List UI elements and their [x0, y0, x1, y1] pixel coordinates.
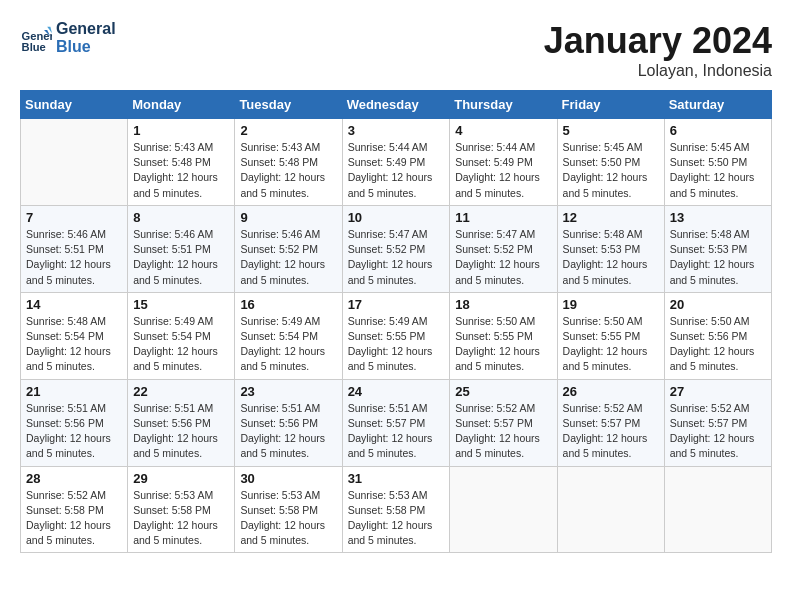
page-header: General Blue General Blue January 2024 L…	[20, 20, 772, 80]
day-number: 6	[670, 123, 766, 138]
header-cell-saturday: Saturday	[664, 91, 771, 119]
day-number: 24	[348, 384, 445, 399]
day-number: 31	[348, 471, 445, 486]
day-info: Sunrise: 5:51 AMSunset: 5:56 PMDaylight:…	[240, 401, 336, 462]
header-cell-friday: Friday	[557, 91, 664, 119]
day-info: Sunrise: 5:47 AMSunset: 5:52 PMDaylight:…	[348, 227, 445, 288]
day-cell: 27Sunrise: 5:52 AMSunset: 5:57 PMDayligh…	[664, 379, 771, 466]
day-number: 9	[240, 210, 336, 225]
week-row-1: 1Sunrise: 5:43 AMSunset: 5:48 PMDaylight…	[21, 119, 772, 206]
day-cell: 24Sunrise: 5:51 AMSunset: 5:57 PMDayligh…	[342, 379, 450, 466]
day-number: 13	[670, 210, 766, 225]
day-info: Sunrise: 5:52 AMSunset: 5:57 PMDaylight:…	[563, 401, 659, 462]
day-cell: 4Sunrise: 5:44 AMSunset: 5:49 PMDaylight…	[450, 119, 557, 206]
logo-icon: General Blue	[20, 22, 52, 54]
day-info: Sunrise: 5:44 AMSunset: 5:49 PMDaylight:…	[455, 140, 551, 201]
day-info: Sunrise: 5:52 AMSunset: 5:57 PMDaylight:…	[455, 401, 551, 462]
day-number: 29	[133, 471, 229, 486]
day-number: 20	[670, 297, 766, 312]
day-cell: 17Sunrise: 5:49 AMSunset: 5:55 PMDayligh…	[342, 292, 450, 379]
day-cell: 7Sunrise: 5:46 AMSunset: 5:51 PMDaylight…	[21, 205, 128, 292]
day-number: 3	[348, 123, 445, 138]
day-cell: 25Sunrise: 5:52 AMSunset: 5:57 PMDayligh…	[450, 379, 557, 466]
day-info: Sunrise: 5:49 AMSunset: 5:54 PMDaylight:…	[240, 314, 336, 375]
day-cell: 3Sunrise: 5:44 AMSunset: 5:49 PMDaylight…	[342, 119, 450, 206]
day-number: 2	[240, 123, 336, 138]
header-cell-sunday: Sunday	[21, 91, 128, 119]
day-info: Sunrise: 5:45 AMSunset: 5:50 PMDaylight:…	[563, 140, 659, 201]
week-row-2: 7Sunrise: 5:46 AMSunset: 5:51 PMDaylight…	[21, 205, 772, 292]
day-cell: 14Sunrise: 5:48 AMSunset: 5:54 PMDayligh…	[21, 292, 128, 379]
day-cell	[664, 466, 771, 553]
day-cell: 5Sunrise: 5:45 AMSunset: 5:50 PMDaylight…	[557, 119, 664, 206]
location: Lolayan, Indonesia	[544, 62, 772, 80]
day-cell: 9Sunrise: 5:46 AMSunset: 5:52 PMDaylight…	[235, 205, 342, 292]
day-number: 22	[133, 384, 229, 399]
logo-blue: Blue	[56, 38, 116, 56]
day-number: 10	[348, 210, 445, 225]
day-number: 15	[133, 297, 229, 312]
calendar-table: SundayMondayTuesdayWednesdayThursdayFrid…	[20, 90, 772, 553]
day-cell: 10Sunrise: 5:47 AMSunset: 5:52 PMDayligh…	[342, 205, 450, 292]
day-number: 25	[455, 384, 551, 399]
logo-general: General	[56, 20, 116, 38]
day-cell	[557, 466, 664, 553]
day-info: Sunrise: 5:47 AMSunset: 5:52 PMDaylight:…	[455, 227, 551, 288]
day-info: Sunrise: 5:49 AMSunset: 5:55 PMDaylight:…	[348, 314, 445, 375]
day-info: Sunrise: 5:51 AMSunset: 5:56 PMDaylight:…	[26, 401, 122, 462]
day-number: 28	[26, 471, 122, 486]
day-cell: 28Sunrise: 5:52 AMSunset: 5:58 PMDayligh…	[21, 466, 128, 553]
day-cell: 18Sunrise: 5:50 AMSunset: 5:55 PMDayligh…	[450, 292, 557, 379]
day-number: 21	[26, 384, 122, 399]
day-number: 16	[240, 297, 336, 312]
day-cell: 2Sunrise: 5:43 AMSunset: 5:48 PMDaylight…	[235, 119, 342, 206]
header-row: SundayMondayTuesdayWednesdayThursdayFrid…	[21, 91, 772, 119]
svg-text:Blue: Blue	[22, 40, 46, 52]
week-row-4: 21Sunrise: 5:51 AMSunset: 5:56 PMDayligh…	[21, 379, 772, 466]
day-number: 4	[455, 123, 551, 138]
day-info: Sunrise: 5:46 AMSunset: 5:52 PMDaylight:…	[240, 227, 336, 288]
day-number: 7	[26, 210, 122, 225]
day-number: 14	[26, 297, 122, 312]
day-cell	[21, 119, 128, 206]
day-info: Sunrise: 5:43 AMSunset: 5:48 PMDaylight:…	[133, 140, 229, 201]
day-cell: 23Sunrise: 5:51 AMSunset: 5:56 PMDayligh…	[235, 379, 342, 466]
header-cell-thursday: Thursday	[450, 91, 557, 119]
day-info: Sunrise: 5:53 AMSunset: 5:58 PMDaylight:…	[348, 488, 445, 549]
header-cell-wednesday: Wednesday	[342, 91, 450, 119]
day-number: 17	[348, 297, 445, 312]
day-cell: 19Sunrise: 5:50 AMSunset: 5:55 PMDayligh…	[557, 292, 664, 379]
day-number: 19	[563, 297, 659, 312]
day-cell: 15Sunrise: 5:49 AMSunset: 5:54 PMDayligh…	[128, 292, 235, 379]
week-row-3: 14Sunrise: 5:48 AMSunset: 5:54 PMDayligh…	[21, 292, 772, 379]
day-info: Sunrise: 5:46 AMSunset: 5:51 PMDaylight:…	[133, 227, 229, 288]
day-cell: 20Sunrise: 5:50 AMSunset: 5:56 PMDayligh…	[664, 292, 771, 379]
day-info: Sunrise: 5:50 AMSunset: 5:55 PMDaylight:…	[563, 314, 659, 375]
day-info: Sunrise: 5:48 AMSunset: 5:53 PMDaylight:…	[563, 227, 659, 288]
header-cell-tuesday: Tuesday	[235, 91, 342, 119]
day-info: Sunrise: 5:48 AMSunset: 5:54 PMDaylight:…	[26, 314, 122, 375]
day-cell: 1Sunrise: 5:43 AMSunset: 5:48 PMDaylight…	[128, 119, 235, 206]
day-number: 8	[133, 210, 229, 225]
day-info: Sunrise: 5:44 AMSunset: 5:49 PMDaylight:…	[348, 140, 445, 201]
day-cell: 16Sunrise: 5:49 AMSunset: 5:54 PMDayligh…	[235, 292, 342, 379]
day-info: Sunrise: 5:50 AMSunset: 5:55 PMDaylight:…	[455, 314, 551, 375]
header-cell-monday: Monday	[128, 91, 235, 119]
day-number: 11	[455, 210, 551, 225]
day-number: 26	[563, 384, 659, 399]
day-cell: 29Sunrise: 5:53 AMSunset: 5:58 PMDayligh…	[128, 466, 235, 553]
day-number: 27	[670, 384, 766, 399]
day-info: Sunrise: 5:53 AMSunset: 5:58 PMDaylight:…	[240, 488, 336, 549]
day-info: Sunrise: 5:48 AMSunset: 5:53 PMDaylight:…	[670, 227, 766, 288]
day-info: Sunrise: 5:49 AMSunset: 5:54 PMDaylight:…	[133, 314, 229, 375]
day-number: 1	[133, 123, 229, 138]
day-cell: 26Sunrise: 5:52 AMSunset: 5:57 PMDayligh…	[557, 379, 664, 466]
day-cell: 8Sunrise: 5:46 AMSunset: 5:51 PMDaylight…	[128, 205, 235, 292]
day-cell: 13Sunrise: 5:48 AMSunset: 5:53 PMDayligh…	[664, 205, 771, 292]
week-row-5: 28Sunrise: 5:52 AMSunset: 5:58 PMDayligh…	[21, 466, 772, 553]
day-number: 12	[563, 210, 659, 225]
day-number: 23	[240, 384, 336, 399]
logo: General Blue General Blue	[20, 20, 116, 55]
title-block: January 2024 Lolayan, Indonesia	[544, 20, 772, 80]
day-number: 18	[455, 297, 551, 312]
